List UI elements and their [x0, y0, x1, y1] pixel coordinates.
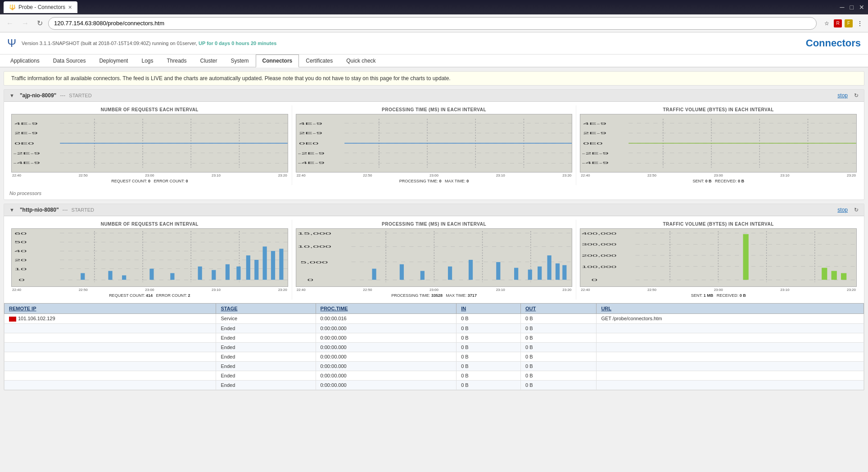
connections-table-wrapper: REMOTE IP STAGE PROC.TIME IN OUT URL 101…: [4, 303, 864, 390]
collapse-icon-ajp[interactable]: ▼: [9, 93, 14, 98]
maximize-button[interactable]: □: [850, 4, 854, 11]
connector-name-ajp: "ajp-nio-8009": [20, 92, 56, 99]
chart-stats-processing-ajp: PROCESSING TIME: 0 MAX TIME: 0: [296, 179, 573, 183]
svg-text:10: 10: [14, 267, 27, 271]
tab-certificates[interactable]: Certificates: [299, 54, 339, 67]
cell-proc-time: 0:00:00.000: [316, 352, 457, 361]
connector-refresh-ajp[interactable]: ↻: [854, 92, 859, 99]
cell-proc-time: 0:00:00.000: [316, 323, 457, 333]
chart-traffic-http: TRAFFIC VOLUME (BYTES) IN EACH INTERVAL: [576, 220, 860, 300]
chart-x-labels-requests-http: 22:4022:5023:0023:1023:20: [11, 288, 288, 292]
svg-rect-74: [279, 249, 283, 280]
tab-deployment[interactable]: Deployment: [92, 54, 135, 67]
cell-out: 0 B: [521, 371, 597, 380]
connector-status-http: STARTED: [72, 207, 94, 213]
svg-rect-90: [448, 267, 452, 280]
tab-quick-check[interactable]: Quick check: [339, 54, 382, 67]
tab-threads[interactable]: Threads: [160, 54, 193, 67]
info-banner: Traffic information for all available co…: [4, 71, 864, 86]
cell-url: [597, 352, 864, 361]
close-window-button[interactable]: ✕: [859, 4, 864, 11]
chart-svg-traffic-http: 400,000 300,000 200,000 100,000 0: [580, 229, 856, 286]
svg-text:50: 50: [14, 241, 27, 245]
connections-table: REMOTE IP STAGE PROC.TIME IN OUT URL 101…: [4, 303, 864, 390]
cell-proc-time: 0:00:00.016: [316, 314, 457, 324]
forward-button[interactable]: →: [19, 18, 32, 28]
chart-svg-traffic-ajp: 4E-9 2E-9 0E0 -2E-9 -4E-9: [580, 114, 856, 172]
svg-rect-96: [547, 255, 551, 280]
tab-data-sources[interactable]: Data Sources: [46, 54, 93, 67]
svg-rect-65: [170, 273, 174, 280]
chart-stats-traffic-http: SENT: 1 MB RECEIVED: 0 B: [580, 293, 857, 298]
svg-text:2E-9: 2E-9: [14, 131, 38, 135]
svg-rect-87: [372, 269, 376, 280]
extension-icon-1[interactable]: R: [834, 19, 842, 27]
col-in[interactable]: IN: [457, 304, 521, 314]
cell-url: [597, 333, 864, 342]
tab-system[interactable]: System: [224, 54, 256, 67]
cell-stage: Ended: [216, 361, 316, 371]
charts-row-http: NUMBER OF REQUESTS EACH INTERVAL: [4, 216, 864, 303]
browser-tab[interactable]: 🔱 Probe - Connectors ✕: [4, 1, 77, 13]
connector-stop-ajp[interactable]: stop: [837, 92, 848, 99]
tab-applications[interactable]: Applications: [4, 54, 46, 67]
tab-cluster[interactable]: Cluster: [194, 54, 224, 67]
col-proc-time[interactable]: PROC.TIME: [316, 304, 457, 314]
svg-rect-67: [212, 270, 216, 280]
col-out[interactable]: OUT: [521, 304, 597, 314]
cell-remote-ip: [5, 361, 216, 371]
col-url[interactable]: URL: [597, 304, 864, 314]
address-bar[interactable]: [48, 17, 817, 30]
collapse-icon-http[interactable]: ▼: [9, 207, 14, 213]
svg-rect-61: [81, 273, 85, 280]
svg-text:0: 0: [18, 278, 25, 282]
chart-title-requests-ajp: NUMBER OF REQUESTS EACH INTERVAL: [11, 107, 288, 112]
svg-rect-115: [832, 271, 837, 280]
svg-text:-4E-9: -4E-9: [582, 161, 609, 165]
bookmark-icon[interactable]: ☆: [822, 19, 831, 28]
uptime-text: UP for 0 days 0 hours 20 minutes: [199, 41, 276, 46]
table-row: Ended0:00:00.0000 B0 B: [5, 371, 864, 380]
svg-rect-89: [420, 271, 424, 280]
info-banner-text: Traffic information for all available co…: [11, 75, 451, 82]
tab-logs[interactable]: Logs: [135, 54, 160, 67]
svg-text:4E-9: 4E-9: [14, 122, 38, 126]
chart-requests-ajp: NUMBER OF REQUESTS EACH INTERVAL: [8, 105, 292, 185]
chart-wrapper-traffic-ajp: 4E-9 2E-9 0E0 -2E-9 -4E-9 22:4022:5023:0…: [580, 114, 857, 177]
chart-title-processing-http: PROCESSING TIME (MS) IN EACH INTERVAL: [296, 222, 573, 227]
table-row: Ended0:00:00.0000 B0 B: [5, 361, 864, 371]
back-button[interactable]: ←: [4, 18, 16, 28]
tab-connectors[interactable]: Connectors: [256, 54, 299, 68]
chart-processing-ajp: PROCESSING TIME (MS) IN EACH INTERVAL: [292, 105, 577, 185]
cell-url: [597, 380, 864, 390]
svg-rect-88: [399, 264, 403, 280]
cell-in: 0 B: [457, 323, 521, 333]
cell-remote-ip: [5, 323, 216, 333]
svg-rect-63: [122, 275, 126, 280]
cell-url: [597, 361, 864, 371]
connections-table-body: 101.106.102.129Service0:00:00.0160 B0 BG…: [5, 314, 864, 390]
col-remote-ip[interactable]: REMOTE IP: [5, 304, 216, 314]
svg-text:4E-9: 4E-9: [583, 122, 606, 126]
svg-text:-2E-9: -2E-9: [298, 151, 325, 155]
chart-canvas-traffic-ajp: 4E-9 2E-9 0E0 -2E-9 -4E-9: [580, 114, 857, 172]
chart-stats-traffic-ajp: SENT: 0 B RECEIVED: 0 B: [580, 179, 857, 183]
chart-canvas-processing-ajp: 4E-9 2E-9 0E0 -2E-9 -4E-9: [296, 114, 573, 172]
menu-button[interactable]: ⋮: [855, 19, 864, 28]
svg-text:15,000: 15,000: [298, 231, 331, 236]
svg-rect-66: [198, 267, 202, 280]
minimize-button[interactable]: ─: [840, 4, 845, 11]
svg-rect-116: [841, 273, 846, 280]
connector-refresh-http[interactable]: ↻: [854, 207, 859, 213]
extension-icon-2[interactable]: F: [845, 19, 853, 27]
table-row: Ended0:00:00.0000 B0 B: [5, 333, 864, 342]
svg-rect-69: [236, 267, 240, 280]
svg-rect-71: [254, 260, 258, 280]
cell-remote-ip: [5, 342, 216, 352]
table-row: Ended0:00:00.0000 B0 B: [5, 352, 864, 361]
connector-stop-http[interactable]: stop: [837, 207, 848, 213]
col-stage[interactable]: STAGE: [216, 304, 316, 314]
refresh-button[interactable]: ↻: [34, 18, 45, 28]
tab-close-button[interactable]: ✕: [68, 5, 72, 10]
svg-rect-113: [743, 234, 749, 280]
